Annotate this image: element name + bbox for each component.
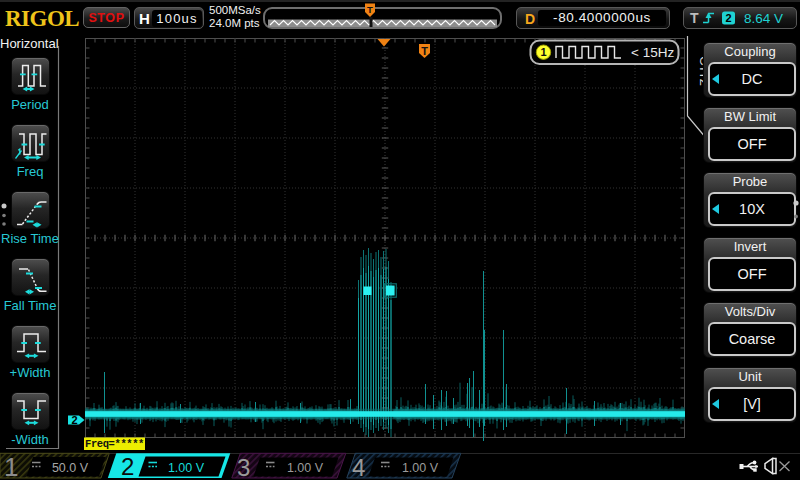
svg-text:< 15Hz: < 15Hz <box>631 45 674 60</box>
svg-text:1.00 V: 1.00 V <box>168 461 205 475</box>
svg-text:1: 1 <box>4 452 18 480</box>
svg-text:50.0 V: 50.0 V <box>52 461 89 475</box>
svg-text:1.00 V: 1.00 V <box>287 461 324 475</box>
svg-text:T: T <box>421 45 428 57</box>
svg-text:4: 4 <box>352 454 365 480</box>
svg-text:3: 3 <box>237 454 250 480</box>
svg-text:2: 2 <box>71 414 77 426</box>
svg-text:1.00 V: 1.00 V <box>402 461 439 475</box>
svg-text:1: 1 <box>540 46 546 58</box>
svg-text:2: 2 <box>121 453 134 480</box>
svg-text:Freq=*****: Freq=***** <box>85 438 144 450</box>
